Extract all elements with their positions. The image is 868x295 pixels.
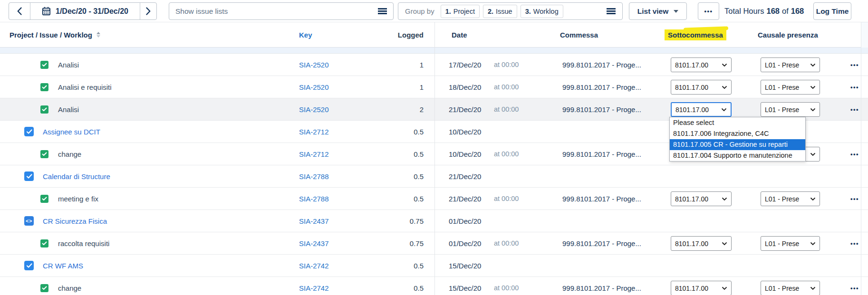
chip-label: Project — [453, 8, 475, 15]
check-icon — [42, 152, 47, 156]
causale-select[interactable]: L01 - Prese — [761, 102, 820, 117]
prev-period-button[interactable] — [9, 3, 30, 19]
issue-checkbox[interactable] — [24, 127, 34, 136]
worklog-name: change — [58, 143, 81, 165]
date-range-label: 1/Dec/20 - 31/Dec/20 — [56, 7, 128, 16]
sottocommessa-select[interactable]: 8101.17.00 — [671, 281, 732, 295]
sottocommessa-select[interactable]: 8101.17.00 — [671, 236, 732, 251]
group-chip-project[interactable]: 1. Project — [441, 5, 480, 18]
chip-label: Issue — [496, 8, 512, 15]
row-more-button[interactable]: ••• — [844, 98, 865, 120]
column-header-project[interactable]: Project / Issue / Worklog — [10, 22, 100, 47]
log-time-button[interactable]: Log Time — [813, 2, 851, 20]
causale-select[interactable]: L01 - Prese — [761, 281, 820, 295]
commessa-value: 999.8101.2017 - Proge... — [562, 232, 641, 254]
issue-checkbox[interactable] — [24, 171, 34, 181]
commessa-value: 999.8101.2017 - Proge... — [562, 143, 641, 165]
issue-name-link[interactable]: Calendar di Structure — [43, 165, 110, 187]
issue-key-link[interactable]: SIA-2437 — [299, 232, 329, 254]
total-hours: Total Hours 168 of 168 — [724, 2, 804, 20]
causale-select-value: L01 - Prese — [765, 61, 799, 69]
worklog-name: Analisi — [58, 54, 79, 76]
issue-row: Calendar di Structure SIA-2788 0.5 21/De… — [0, 165, 868, 188]
issue-date: 01/Dec/20 — [449, 210, 481, 232]
sottocommessa-select[interactable]: 8101.17.00 — [671, 102, 732, 117]
select-chevron-icon — [810, 242, 816, 246]
worklog-checkbox[interactable] — [40, 83, 48, 91]
logged-hours: 1 — [361, 54, 424, 76]
issue-key-link[interactable]: SIA-2712 — [299, 121, 329, 143]
issue-key-link[interactable]: SIA-2788 — [299, 188, 329, 209]
select-chevron-icon — [722, 242, 727, 246]
issue-name-link[interactable]: CR WF AMS — [43, 255, 83, 276]
search-input[interactable] — [175, 7, 378, 16]
group-chip-worklog[interactable]: 3. Worklog — [521, 5, 563, 18]
group-chip-issue[interactable]: 2. Issue — [483, 5, 517, 18]
row-more-button[interactable]: ••• — [844, 76, 865, 98]
commessa-value: 999.8101.2017 - Proge... — [562, 277, 641, 295]
logged-hours: 0.5 — [361, 277, 424, 295]
logged-hours: 0.75 — [361, 210, 424, 232]
check-icon — [26, 263, 32, 268]
toolbar-more-button[interactable]: ••• — [698, 2, 719, 20]
total-hours-of: of — [782, 7, 789, 16]
calendar-icon — [42, 7, 51, 16]
issue-date: 21/Dec/20 — [449, 165, 481, 187]
dropdown-option[interactable]: Please select — [670, 117, 805, 128]
causale-select[interactable]: L01 - Prese — [761, 191, 820, 206]
select-chevron-icon — [721, 108, 727, 112]
row-more-button[interactable]: ••• — [844, 143, 865, 165]
commessa-value: 999.8101.2017 - Proge... — [562, 188, 641, 209]
sottocommessa-select[interactable]: 8101.17.00 — [671, 80, 732, 95]
worklog-checkbox[interactable] — [40, 239, 48, 247]
chip-number: 3. — [525, 8, 531, 15]
row-more-button[interactable]: ••• — [844, 277, 865, 295]
view-selector-button[interactable]: List view — [629, 2, 687, 20]
causale-select[interactable]: L01 - Prese — [761, 80, 820, 95]
worklog-row: change SIA-2742 0.5 15/Dec/20 at 00:00 9… — [0, 277, 868, 295]
issue-key-link[interactable]: SIA-2520 — [299, 54, 329, 76]
sottocommessa-select[interactable]: 8101.17.00 — [671, 57, 732, 72]
issue-key-link[interactable]: SIA-2742 — [299, 277, 329, 295]
row-more-button[interactable]: ••• — [844, 188, 865, 209]
issue-key-link[interactable]: SIA-2520 — [299, 98, 329, 120]
worklog-checkbox[interactable] — [40, 61, 48, 69]
total-hours-logged: 168 — [766, 7, 780, 16]
log-time-label: Log Time — [816, 7, 849, 16]
issue-checkbox[interactable] — [24, 261, 34, 270]
worklog-row: Analisi SIA-2520 1 17/Dec/20 at 00:00 99… — [0, 54, 868, 76]
dropdown-option[interactable]: 8101.17.004 Supporto e manutenzione — [670, 150, 805, 161]
row-more-button[interactable]: ••• — [844, 54, 865, 76]
issue-key-link[interactable]: SIA-2437 — [299, 210, 329, 232]
date-range-button[interactable]: 1/Dec/20 - 31/Dec/20 — [30, 3, 140, 19]
row-more-button[interactable]: ••• — [844, 232, 865, 254]
worklog-checkbox[interactable] — [40, 105, 48, 114]
issue-name-link[interactable]: CR Sicurezza Fisica — [43, 210, 107, 232]
worklog-row: meeting e fix SIA-2788 0.5 21/Dec/20 at … — [0, 188, 868, 210]
issue-key-link[interactable]: SIA-2788 — [299, 165, 329, 187]
worklog-checkbox[interactable] — [40, 195, 48, 203]
column-header-project-label: Project / Issue / Worklog — [10, 31, 92, 39]
worklog-checkbox[interactable] — [40, 284, 48, 292]
dropdown-option[interactable]: 8101.17.006 Integrazione, C4C — [670, 128, 805, 139]
sottocommessa-select[interactable]: 8101.17.00 — [671, 191, 732, 206]
menu-icon[interactable] — [378, 8, 387, 14]
menu-icon[interactable] — [607, 8, 616, 14]
causale-select[interactable]: L01 - Prese — [761, 57, 820, 72]
column-header-key: Key — [299, 22, 312, 47]
worklog-checkbox[interactable] — [40, 150, 48, 158]
next-period-button[interactable] — [140, 3, 156, 19]
logged-hours: 0.75 — [361, 232, 424, 254]
date-range-navigator: 1/Dec/20 - 31/Dec/20 — [9, 2, 157, 20]
check-icon — [42, 241, 47, 246]
chevron-right-icon — [146, 7, 151, 15]
causale-select-value: L01 - Prese — [765, 106, 799, 114]
dropdown-option[interactable]: 8101.17.005 CR - Gestione su reparti — [670, 139, 805, 150]
issue-key-link[interactable]: SIA-2742 — [299, 255, 329, 276]
commessa-value: 999.8101.2017 - Proge... — [562, 98, 641, 120]
causale-select[interactable]: L01 - Prese — [761, 236, 820, 251]
issue-name-link[interactable]: Assignee su DCIT — [43, 121, 100, 143]
issue-key-link[interactable]: SIA-2712 — [299, 143, 329, 165]
select-chevron-icon — [810, 86, 816, 89]
issue-key-link[interactable]: SIA-2520 — [299, 76, 329, 98]
